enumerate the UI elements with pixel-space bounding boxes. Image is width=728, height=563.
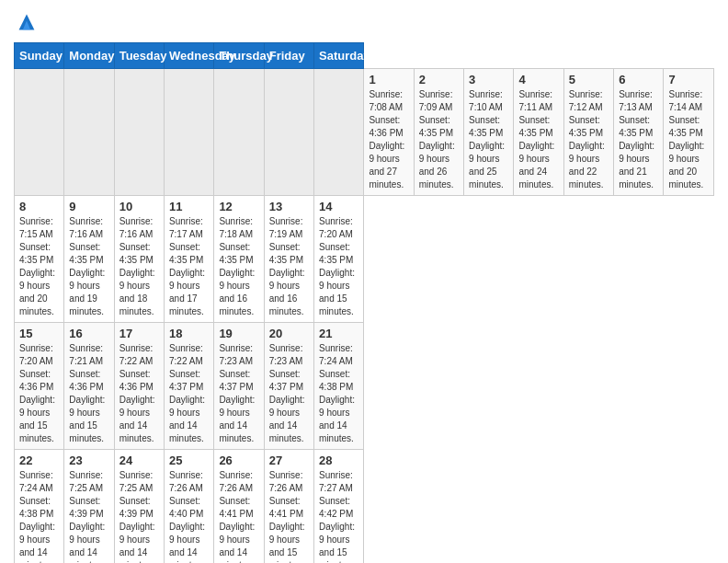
calendar-cell: 26 Sunrise: 7:26 AM Sunset: 4:41 PM Dayl… — [214, 450, 264, 564]
day-number: 15 — [19, 327, 59, 340]
day-number: 3 — [469, 73, 508, 86]
sunrise-text: Sunrise: 7:25 AM — [69, 470, 103, 493]
calendar-cell: 9 Sunrise: 7:16 AM Sunset: 4:35 PM Dayli… — [64, 196, 114, 323]
sunset-text: Sunset: 4:36 PM — [369, 115, 403, 138]
daylight-text: Daylight: 9 hours and 18 minutes. — [119, 268, 155, 316]
day-number: 23 — [69, 454, 108, 467]
day-info: Sunrise: 7:22 AM Sunset: 4:37 PM Dayligh… — [169, 342, 209, 445]
sunrise-text: Sunrise: 7:13 AM — [619, 89, 653, 112]
day-number: 27 — [269, 454, 309, 467]
sunset-text: Sunset: 4:36 PM — [69, 369, 103, 392]
sunset-text: Sunset: 4:41 PM — [219, 496, 253, 519]
calendar-week-row: 15 Sunrise: 7:20 AM Sunset: 4:36 PM Dayl… — [15, 323, 714, 450]
daylight-text: Daylight: 9 hours and 16 minutes. — [269, 268, 305, 316]
day-info: Sunrise: 7:12 AM Sunset: 4:35 PM Dayligh… — [569, 88, 609, 191]
day-number: 5 — [569, 73, 609, 86]
weekday-header-row: SundayMondayTuesdayWednesdayThursdayFrid… — [15, 43, 714, 69]
daylight-text: Daylight: 9 hours and 14 minutes. — [69, 522, 105, 563]
calendar-cell: 4 Sunrise: 7:11 AM Sunset: 4:35 PM Dayli… — [514, 69, 563, 196]
day-info: Sunrise: 7:20 AM Sunset: 4:35 PM Dayligh… — [319, 215, 358, 318]
day-number: 14 — [319, 200, 358, 213]
sunset-text: Sunset: 4:39 PM — [69, 496, 103, 519]
sunrise-text: Sunrise: 7:21 AM — [69, 343, 103, 366]
sunset-text: Sunset: 4:36 PM — [119, 369, 154, 392]
calendar-cell — [165, 69, 214, 196]
sunset-text: Sunset: 4:35 PM — [169, 242, 203, 265]
sunset-text: Sunset: 4:35 PM — [119, 242, 154, 265]
calendar-cell — [15, 69, 64, 196]
daylight-text: Daylight: 9 hours and 21 minutes. — [619, 141, 654, 190]
sunset-text: Sunset: 4:37 PM — [169, 369, 203, 392]
sunset-text: Sunset: 4:40 PM — [169, 496, 203, 519]
day-info: Sunrise: 7:25 AM Sunset: 4:39 PM Dayligh… — [69, 469, 108, 563]
sunrise-text: Sunrise: 7:20 AM — [319, 216, 353, 239]
day-number: 7 — [668, 73, 709, 86]
sunset-text: Sunset: 4:35 PM — [19, 242, 53, 265]
weekday-header-saturday: Saturday — [314, 43, 364, 69]
calendar-cell — [114, 69, 164, 196]
calendar-cell: 13 Sunrise: 7:19 AM Sunset: 4:35 PM Dayl… — [264, 196, 313, 323]
sunrise-text: Sunrise: 7:26 AM — [269, 470, 303, 493]
sunrise-text: Sunrise: 7:15 AM — [19, 216, 53, 239]
daylight-text: Daylight: 9 hours and 25 minutes. — [469, 141, 505, 190]
sunrise-text: Sunrise: 7:24 AM — [319, 343, 353, 366]
calendar-cell: 1 Sunrise: 7:08 AM Sunset: 4:36 PM Dayli… — [364, 69, 414, 196]
day-info: Sunrise: 7:26 AM Sunset: 4:41 PM Dayligh… — [219, 469, 258, 563]
sunset-text: Sunset: 4:35 PM — [219, 242, 253, 265]
weekday-header-monday: Monday — [64, 43, 114, 69]
calendar-cell: 21 Sunrise: 7:24 AM Sunset: 4:38 PM Dayl… — [314, 323, 364, 450]
sunset-text: Sunset: 4:35 PM — [619, 115, 653, 138]
day-info: Sunrise: 7:23 AM Sunset: 4:37 PM Dayligh… — [219, 342, 258, 445]
sunrise-text: Sunrise: 7:19 AM — [269, 216, 303, 239]
day-info: Sunrise: 7:26 AM Sunset: 4:40 PM Dayligh… — [169, 469, 209, 563]
day-number: 18 — [169, 327, 209, 340]
day-number: 4 — [518, 73, 558, 86]
calendar-cell: 20 Sunrise: 7:23 AM Sunset: 4:37 PM Dayl… — [264, 323, 313, 450]
calendar-cell: 22 Sunrise: 7:24 AM Sunset: 4:38 PM Dayl… — [15, 450, 64, 564]
weekday-header-thursday: Thursday — [214, 43, 264, 69]
daylight-text: Daylight: 9 hours and 15 minutes. — [319, 522, 355, 563]
day-number: 6 — [619, 73, 658, 86]
daylight-text: Daylight: 9 hours and 14 minutes. — [119, 395, 155, 443]
sunrise-text: Sunrise: 7:22 AM — [169, 343, 203, 366]
sunrise-text: Sunrise: 7:17 AM — [169, 216, 203, 239]
sunrise-text: Sunrise: 7:26 AM — [169, 470, 203, 493]
sunrise-text: Sunrise: 7:10 AM — [469, 89, 503, 112]
day-info: Sunrise: 7:27 AM Sunset: 4:42 PM Dayligh… — [319, 469, 358, 563]
calendar-cell: 17 Sunrise: 7:22 AM Sunset: 4:36 PM Dayl… — [114, 323, 164, 450]
sunrise-text: Sunrise: 7:16 AM — [119, 216, 154, 239]
logo — [14, 9, 43, 35]
daylight-text: Daylight: 9 hours and 16 minutes. — [219, 268, 255, 316]
day-info: Sunrise: 7:11 AM Sunset: 4:35 PM Dayligh… — [518, 88, 558, 191]
calendar-cell — [64, 69, 114, 196]
day-info: Sunrise: 7:25 AM Sunset: 4:39 PM Dayligh… — [119, 469, 159, 563]
day-number: 13 — [269, 200, 309, 213]
daylight-text: Daylight: 9 hours and 15 minutes. — [19, 395, 55, 443]
sunset-text: Sunset: 4:37 PM — [219, 369, 253, 392]
daylight-text: Daylight: 9 hours and 14 minutes. — [119, 522, 155, 563]
sunset-text: Sunset: 4:41 PM — [269, 496, 303, 519]
calendar-cell: 2 Sunrise: 7:09 AM Sunset: 4:35 PM Dayli… — [414, 69, 463, 196]
weekday-header-wednesday: Wednesday — [165, 43, 214, 69]
daylight-text: Daylight: 9 hours and 14 minutes. — [169, 395, 205, 443]
daylight-text: Daylight: 9 hours and 14 minutes. — [169, 522, 205, 563]
sunset-text: Sunset: 4:36 PM — [19, 369, 53, 392]
day-number: 8 — [19, 200, 59, 213]
day-info: Sunrise: 7:08 AM Sunset: 4:36 PM Dayligh… — [369, 88, 408, 191]
calendar-cell: 5 Sunrise: 7:12 AM Sunset: 4:35 PM Dayli… — [563, 69, 613, 196]
daylight-text: Daylight: 9 hours and 15 minutes. — [319, 268, 355, 316]
day-info: Sunrise: 7:21 AM Sunset: 4:36 PM Dayligh… — [69, 342, 108, 445]
calendar-cell: 8 Sunrise: 7:15 AM Sunset: 4:35 PM Dayli… — [15, 196, 64, 323]
day-info: Sunrise: 7:22 AM Sunset: 4:36 PM Dayligh… — [119, 342, 159, 445]
sunrise-text: Sunrise: 7:25 AM — [119, 470, 154, 493]
sunrise-text: Sunrise: 7:22 AM — [119, 343, 154, 366]
sunset-text: Sunset: 4:35 PM — [518, 115, 552, 138]
day-info: Sunrise: 7:16 AM Sunset: 4:35 PM Dayligh… — [69, 215, 108, 318]
calendar-cell: 11 Sunrise: 7:17 AM Sunset: 4:35 PM Dayl… — [165, 196, 214, 323]
day-info: Sunrise: 7:15 AM Sunset: 4:35 PM Dayligh… — [19, 215, 59, 318]
calendar-cell: 7 Sunrise: 7:14 AM Sunset: 4:35 PM Dayli… — [664, 69, 714, 196]
daylight-text: Daylight: 9 hours and 20 minutes. — [668, 141, 704, 190]
day-info: Sunrise: 7:19 AM Sunset: 4:35 PM Dayligh… — [269, 215, 309, 318]
day-info: Sunrise: 7:13 AM Sunset: 4:35 PM Dayligh… — [619, 88, 658, 191]
sunrise-text: Sunrise: 7:26 AM — [219, 470, 253, 493]
